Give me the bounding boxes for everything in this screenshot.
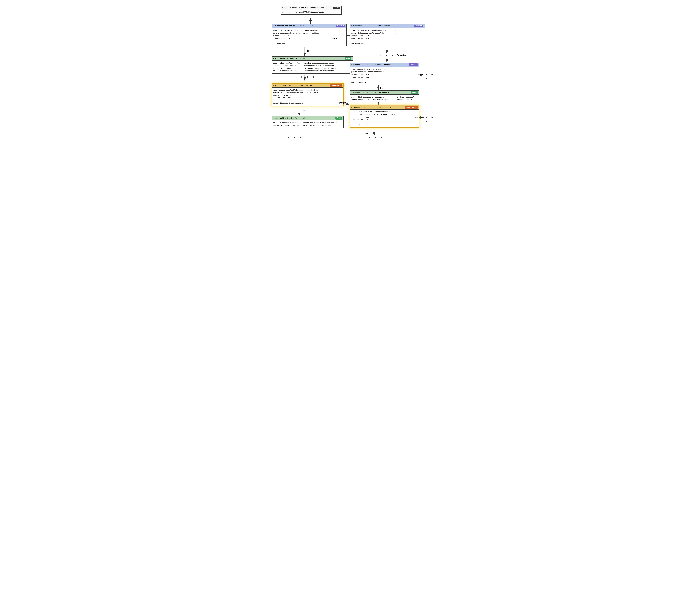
- tree-90dd3c4-header: > subcommit-git cat-file tree 90dd3c4 Tr…: [350, 90, 419, 95]
- diagram-container: > cat .subcommit-git/refs/heads/master H…: [262, 0, 438, 148]
- commit-da34a18-badge: Commit: [409, 63, 418, 66]
- head-badge: HEAD: [333, 6, 340, 9]
- parent-label-3: Parent: [339, 102, 346, 104]
- commit-a3de24d-badge: Commit: [336, 25, 345, 27]
- commit-ee90a15-header: > subcommit-git cat-file commit ee90a15 …: [350, 24, 425, 28]
- commit-ee90a15-body: tree 7571a4e1a26755de7e891236dcda0aaf8f4…: [350, 28, 425, 46]
- dots-2: • • •: [288, 135, 303, 139]
- commit-0977e9f-badge: Subcommit: [330, 84, 342, 87]
- tree-90dd3c4-body: 100644 blob readme.txt c605442819ce85eb3…: [350, 95, 419, 102]
- head-hash: a3de24d2748d8aff1eb5d7785d7a08b0aaa46d76…: [281, 10, 341, 14]
- tree-bcafcba-body: 100644 blob Makefile c5fa16400e52ddb02fa…: [272, 61, 353, 73]
- commit-0977e9f-command: > subcommit-git cat-file commit 0977e9f: [273, 85, 313, 87]
- commit-0977e9f-body: tree 8b93a94a04cfc1df6de90838ae73272f8b0…: [272, 88, 343, 106]
- commit-a3de24d-header: > subcommit-git cat-file commit a3de24d …: [272, 24, 346, 28]
- commit-da34a18-body: tree 90dd3c4d8a75105e4f2af01c14fe04c32f9…: [350, 67, 419, 85]
- parent-label-1: Parent: [332, 38, 338, 40]
- commit-0977e9f: > subcommit-git cat-file commit 0977e9f …: [271, 83, 344, 106]
- commit-a3de24d-command: > subcommit-git cat-file commit a3de24d: [273, 25, 313, 27]
- tree-bcafcba-header: > subcommit-git cat-file tree bcafcba Tr…: [272, 57, 353, 61]
- tree-bcafcba: > subcommit-git cat-file tree bcafcba Tr…: [271, 56, 353, 74]
- parent-label-2: Parent: [417, 73, 424, 76]
- tree-90dd3c4: > subcommit-git cat-file tree 90dd3c4 Tr…: [350, 90, 419, 103]
- commit-859b8b2: > subcommit-git cat-file commit 859b8b2 …: [350, 105, 419, 128]
- tree-8b93a94-badge: Tree: [335, 117, 342, 120]
- commit-ee90a15-badge: Commit: [415, 25, 424, 27]
- head-box-header: > cat .subcommit-git/refs/heads/master H…: [281, 6, 341, 10]
- tree-8b93a94: > subcommit-git cat-file tree 8b93a94 Tr…: [271, 116, 344, 128]
- commit-0977e9f-header: > subcommit-git cat-file commit 0977e9f …: [272, 84, 343, 88]
- commit-ee90a15: > subcommit-git cat-file commit ee90a15 …: [350, 24, 425, 46]
- head-box: > cat .subcommit-git/refs/heads/master H…: [281, 6, 341, 15]
- dots-1: • • •: [301, 75, 315, 79]
- dots-3: • • •: [425, 115, 438, 124]
- parent-label-4: Parent: [416, 116, 422, 119]
- tree-90dd3c4-command: > subcommit-git cat-file tree 90dd3c4: [351, 91, 389, 93]
- dots-4: • • •: [369, 136, 383, 140]
- tree-90dd3c4-badge: Tree: [411, 91, 418, 94]
- tree-8b93a94-body: sc0000 subcommit fizzbuzz cf4193359345a2…: [272, 120, 343, 128]
- ancestor-label: Ancestor: [397, 54, 406, 56]
- tree-bcafcba-command: > subcommit-git cat-file tree bcafcba: [273, 58, 311, 60]
- tree-label-2: Tree: [380, 87, 384, 89]
- commit-a3de24d-body: tree bcafcbacd94c528cd35c5a28cf76c44289d…: [272, 28, 346, 46]
- dots-parent-right: • • •: [425, 72, 438, 81]
- commit-859b8b2-command: > subcommit-git cat-file commit 859b8b2: [352, 107, 391, 109]
- commit-da34a18-command: > subcommit-git cat-file commit da34a18: [351, 64, 391, 66]
- tree-label-1: Tree: [306, 50, 311, 52]
- commit-859b8b2-badge: Subcommit: [405, 106, 418, 109]
- commit-da34a18-header: > subcommit-git cat-file commit da34a18 …: [350, 63, 419, 67]
- tree-8b93a94-command: > subcommit-git cat-file tree 8b93a94: [273, 117, 311, 119]
- head-command: > cat .subcommit-git/refs/heads/master: [282, 7, 324, 9]
- tree-label-3: Tree: [301, 109, 305, 111]
- commit-a3de24d: > subcommit-git cat-file commit a3de24d …: [271, 24, 346, 46]
- tree-8b93a94-header: > subcommit-git cat-file tree 8b93a94 Tr…: [272, 116, 343, 120]
- commit-859b8b2-body: tree fdbebaa303a8422abb4020349373343b0b0…: [350, 110, 419, 127]
- commit-da34a18: > subcommit-git cat-file commit da34a18 …: [350, 63, 419, 85]
- tree-label-4: Tree: [364, 132, 369, 135]
- tree-bcafcba-badge: Tree: [345, 57, 352, 60]
- commit-ee90a15-command: > subcommit-git cat-file commit ee90a15: [351, 25, 391, 27]
- commit-859b8b2-header: > subcommit-git cat-file commit 859b8b2 …: [350, 106, 419, 110]
- dots-ancestor: • • •: [380, 53, 394, 58]
